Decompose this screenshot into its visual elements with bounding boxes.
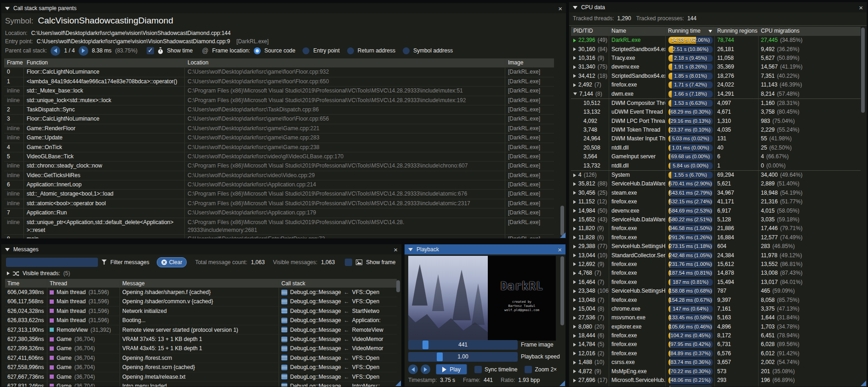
radio-source-code-label[interactable]: Source code <box>264 47 295 54</box>
messages-titlebar[interactable]: Messages × <box>1 244 401 254</box>
radio-source-code[interactable] <box>254 47 261 54</box>
expand-icon[interactable] <box>573 56 576 60</box>
expand-icon[interactable] <box>573 245 576 248</box>
cpu-process-row[interactable]: 8,080(20)explorer.exe105.66 ms (0.46%)4,… <box>571 323 861 331</box>
expand-icon[interactable] <box>573 200 576 204</box>
close-icon[interactable]: × <box>558 246 562 253</box>
callstack-list-icon[interactable] <box>281 374 287 380</box>
resize-grip[interactable] <box>395 381 401 386</box>
cpu-process-row[interactable]: 11,820(9)firefox.exe346.58 ms (1.50%)21,… <box>571 224 861 233</box>
callstack-row[interactable]: 0Floor::CalcLightNoLuminanceC:\Users\wol… <box>4 68 554 77</box>
cpu-process-row[interactable]: 24,964DWM Master Input Thread5.03 ms (0.… <box>571 134 861 143</box>
callstack-row[interactable]: inlineGame::RenderFloorC:\Users\wolf\Des… <box>4 124 554 133</box>
play-button[interactable]: Play <box>436 364 467 375</box>
step-back-button[interactable] <box>408 364 418 374</box>
frame-image-slider[interactable]: 441 <box>408 340 518 350</box>
message-row[interactable]: 627,313,190nsRemoteView(31,392)Remote vi… <box>5 325 397 335</box>
collapse-icon[interactable] <box>5 7 10 10</box>
expand-icon[interactable] <box>573 65 576 69</box>
cpu-process-row[interactable] <box>571 385 861 387</box>
message-row[interactable]: 627,558,996nsGame(36,704)Opening /forest… <box>5 363 397 372</box>
cpu-process-row[interactable]: 13,048(7)firefox.exe154.28 ms (0.67%)9,3… <box>571 295 861 304</box>
expand-threads-icon[interactable] <box>7 271 10 275</box>
cpu-process-row[interactable]: 13,732ntdll.dll5.84 us (0.00%)10(0.00%) <box>571 161 861 170</box>
callstack-row[interactable]: inlinestd::chrono::steady_clock::nowC:\P… <box>4 162 554 171</box>
callstack-row[interactable]: inlinestd::unique_ptr<Application,std::d… <box>4 218 554 235</box>
zoom-2x-checkbox[interactable] <box>525 366 532 373</box>
sync-timeline-label[interactable]: Sync timeline <box>485 366 517 373</box>
cpu-process-row[interactable]: 22,396(49)DarkRL.exe14.33 s (62.06%)78,7… <box>571 36 861 45</box>
cpu-process-row[interactable]: 4(126)System1.55 s (6.70%)69,29434,400(4… <box>571 170 861 179</box>
radio-return-address[interactable] <box>347 47 354 54</box>
collapse-icon[interactable] <box>573 92 577 95</box>
callstack-row[interactable]: inlinestd::_Mutex_base::lockC:\Program F… <box>4 87 554 96</box>
message-row[interactable]: 626,833,622nsMain thread(31,596)Booting.… <box>5 316 397 325</box>
expand-icon[interactable] <box>573 227 576 231</box>
expand-icon[interactable] <box>573 280 576 284</box>
callstack-row[interactable]: inlinestd::unique_lock<std::mutex>::lock… <box>4 96 554 105</box>
cpu-process-row[interactable]: 16,464(7)firefox.exe187 ms (0.81%)15,494… <box>571 278 861 287</box>
callstack-row[interactable]: 2TaskDispatch::SyncC:\Users\wolf\Desktop… <box>4 105 554 115</box>
callstack-row[interactable]: 6Application::InnerLoopC:\Users\wolf\Des… <box>4 180 554 190</box>
expand-icon[interactable] <box>573 236 576 239</box>
show-frame-checkbox[interactable] <box>345 259 352 266</box>
expand-icon[interactable] <box>573 209 576 213</box>
callstack-list-icon[interactable] <box>281 318 287 323</box>
expand-icon[interactable] <box>573 370 576 373</box>
show-time-checkbox[interactable] <box>147 47 154 54</box>
expand-icon[interactable] <box>573 352 576 355</box>
radio-entry-point[interactable] <box>303 47 309 54</box>
cpu-process-row[interactable]: 20,508ntdll.dll1.01 ms (0.00%)4025(62.50… <box>571 144 861 152</box>
expand-icon[interactable] <box>573 271 576 275</box>
resize-grip[interactable] <box>560 381 565 386</box>
message-row[interactable]: 627,399,326nsGame(36,704)VRAM 43x45: 15 … <box>5 344 397 353</box>
cpu-process-row[interactable]: 34,412(18)ScriptedSandbox64.exe1.85 s (8… <box>571 72 861 81</box>
cpu-process-row[interactable]: 14,984(50)devenv.exe584.69 ms (2.53%)6,9… <box>571 206 861 215</box>
expand-icon[interactable] <box>573 262 576 266</box>
visible-threads-label[interactable]: Visible threads: <box>23 270 60 277</box>
callstack-scrollbar[interactable] <box>560 206 564 236</box>
radio-symbol-address-label[interactable]: Symbol address <box>413 47 453 54</box>
col-cpu-migrations[interactable]: CPU migrations <box>758 27 857 35</box>
cpu-process-row[interactable]: 4,092DWM LPC Port Thread29.16 ms (0.13%)… <box>571 117 861 126</box>
callstack-list-icon[interactable] <box>281 364 287 370</box>
cpu-process-row[interactable]: 29,388(77)ServiceHub.SettingsHost273.15 … <box>571 242 861 251</box>
playback-scrollbar[interactable] <box>560 256 564 325</box>
close-icon[interactable]: × <box>859 4 863 11</box>
collapse-icon[interactable] <box>5 248 10 251</box>
callstack-row[interactable]: 5VideoGLBase::TickC:\Users\wolf\Desktop\… <box>4 152 554 162</box>
messages-scrollbar[interactable] <box>396 280 400 292</box>
expand-icon[interactable] <box>573 254 576 257</box>
resize-grip[interactable] <box>861 381 866 386</box>
cpu-process-row[interactable]: 23,348(106)ServiceHub.SettingsHost158.08… <box>571 287 861 295</box>
callstack-list-icon[interactable] <box>281 383 287 387</box>
prev-callstack-button[interactable] <box>51 46 60 56</box>
expand-icon[interactable] <box>573 191 576 195</box>
close-icon[interactable]: × <box>558 5 562 12</box>
callstack-row[interactable]: inlineVideo::GetTicksHiResC:\Users\wolf\… <box>4 171 554 180</box>
cpu-process-row[interactable]: 3,748DWM Token Thread23.37 ms (0.10%)4,0… <box>571 126 861 134</box>
cpu-process-row[interactable]: 30,456(25)steam.exe643.61 ms (2.79%)34,9… <box>571 189 861 197</box>
callstack-row[interactable]: 8mainC:\Users\wolf\Desktop\darkrl\src\En… <box>4 235 554 239</box>
expand-icon[interactable] <box>573 83 576 87</box>
show-time-label[interactable]: Show time <box>167 47 193 54</box>
callstack-list-icon[interactable] <box>281 355 287 361</box>
callstack-row[interactable]: 7Application::RunC:\Users\wolf\Desktop\d… <box>4 208 554 218</box>
callstack-row[interactable]: inlineGame::UpdateC:\Users\wolf\Desktop\… <box>4 133 554 143</box>
cpu-titlebar[interactable]: CPU data × <box>569 2 867 12</box>
cpu-process-row[interactable]: 10,512DWM Compositor Thread1.53 s (6.63%… <box>571 98 861 108</box>
expand-icon[interactable] <box>573 173 576 177</box>
expand-icon[interactable] <box>573 47 576 51</box>
cpu-process-row[interactable]: 11,152(12)firefox.exe632.15 ms (2.74%)41… <box>571 197 861 206</box>
cpu-process-row[interactable]: 27,536(7)msvsmon.exe133.45 ms (0.58%)5,1… <box>571 313 861 322</box>
col-name[interactable]: Name <box>609 27 665 35</box>
expand-icon[interactable] <box>573 74 576 78</box>
expand-icon[interactable] <box>573 334 576 338</box>
message-row[interactable]: 626,024,328nsMain thread(31,596)Network … <box>5 306 397 316</box>
col-running-regions[interactable]: Running regions <box>714 27 758 35</box>
cpu-process-row[interactable]: 4,872(9)MsMpEng.exe70.22 ms (0.30%)57320… <box>571 367 861 375</box>
callstack-titlebar[interactable]: Call stack sample parents × <box>1 3 566 13</box>
step-forward-button[interactable] <box>421 364 430 374</box>
cpu-process-row[interactable]: 4,768(7)firefox.exe187.54 ms (0.81%)14,8… <box>571 269 861 277</box>
cpu-process-row[interactable]: 7,144(8)dwm.exe1.66 s (7.18%)14,2918,214… <box>571 89 861 98</box>
